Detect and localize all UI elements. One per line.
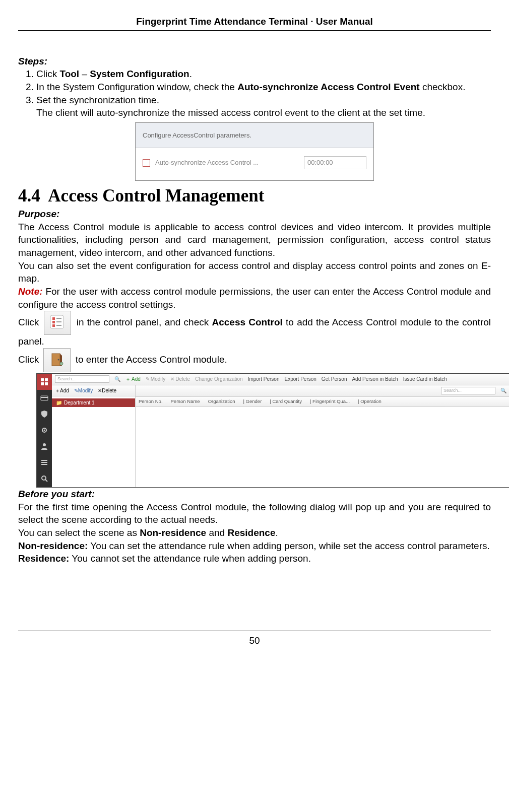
list-search-input[interactable]: Search... <box>441 387 495 394</box>
sync-time-input[interactable]: 00:00:00 <box>304 156 366 169</box>
page-header: Fingerprint Time Attendance Terminal · U… <box>18 15 491 31</box>
svg-rect-13 <box>41 382 44 385</box>
before-start-p2: You can select the scene as Non-residenc… <box>18 526 491 539</box>
folder-icon: 📁 <box>56 399 62 407</box>
svg-rect-11 <box>41 378 44 381</box>
svg-line-24 <box>45 480 47 482</box>
nav-list-icon[interactable] <box>37 454 52 470</box>
access-control-window-screenshot: Search... 🔍 ＋Add ✎Modify ✕Delete Change … <box>36 373 509 488</box>
side-nav <box>37 374 52 487</box>
svg-rect-20 <box>41 460 47 461</box>
click-instruction-2: Click to enter the Access Control module… <box>18 348 491 372</box>
svg-point-23 <box>42 476 46 480</box>
tree-toolbar: ＋Add ✎Modify ✕Delete <box>52 385 135 396</box>
col-organization[interactable]: Organization <box>208 398 235 405</box>
purpose-paragraph-2: You can also set the event configuration… <box>18 259 491 285</box>
toolbar-search-input[interactable]: Search... <box>55 375 109 383</box>
note-label: Note: <box>18 286 43 297</box>
col-fingerprint[interactable]: | Fingerprint Qua... <box>310 398 350 405</box>
svg-rect-1 <box>52 317 55 320</box>
svg-rect-21 <box>41 462 47 463</box>
svg-point-9 <box>58 359 59 360</box>
col-gender[interactable]: | Gender <box>243 398 262 405</box>
configure-access-control-screenshot: Configure AccessControl parameters. Auto… <box>135 122 374 181</box>
nav-card-icon[interactable] <box>37 390 52 406</box>
steps-list: Click Tool – System Configuration. In th… <box>18 67 491 119</box>
col-person-name[interactable]: Person Name <box>171 398 200 405</box>
svg-rect-22 <box>41 464 47 465</box>
add-button[interactable]: ＋Add <box>125 376 141 383</box>
tree-add-button[interactable]: ＋Add <box>55 387 69 394</box>
click-instruction-1: Click in the control panel, and check Ac… <box>18 311 491 348</box>
col-person-no[interactable]: Person No. <box>139 398 163 405</box>
note-paragraph: Note: For the user with access control m… <box>18 285 491 311</box>
purpose-heading: Purpose: <box>18 208 491 221</box>
nav-gear-icon[interactable] <box>37 422 52 438</box>
auto-sync-label: Auto-synchronize Access Control ... <box>155 158 299 167</box>
section-heading: 4.4 Access Control Management <box>18 184 491 208</box>
org-tree-panel: ＋Add ✎Modify ✕Delete 📁 Department 1 <box>52 385 136 487</box>
col-card-quantity[interactable]: | Card Quantity <box>270 398 302 405</box>
nav-person-icon[interactable] <box>37 438 52 454</box>
empty-list-area <box>136 407 509 487</box>
svg-rect-12 <box>45 378 48 381</box>
column-headers: Person No. Person Name Organization | Ge… <box>136 397 509 407</box>
nav-org-icon[interactable] <box>37 374 52 390</box>
steps-heading: Steps: <box>18 55 491 68</box>
modify-button[interactable]: ✎Modify <box>146 376 165 383</box>
svg-point-19 <box>43 443 46 446</box>
tree-delete-button[interactable]: ✕Delete <box>98 387 116 394</box>
svg-point-18 <box>44 429 45 431</box>
svg-rect-3 <box>52 324 55 327</box>
get-person-button[interactable]: Get Person <box>322 376 347 383</box>
tree-modify-button[interactable]: ✎Modify <box>74 387 93 394</box>
search-icon[interactable]: 🔍 <box>114 376 120 383</box>
top-toolbar: Search... 🔍 ＋Add ✎Modify ✕Delete Change … <box>52 374 509 385</box>
residence-paragraph: Residence: You cannot set the attendance… <box>18 552 491 565</box>
access-control-door-icon <box>43 348 71 372</box>
change-org-button[interactable]: Change Organization <box>195 376 243 383</box>
non-residence-paragraph: Non-residence: You can set the attendanc… <box>18 539 491 553</box>
import-person-button[interactable]: Import Person <box>248 376 280 383</box>
svg-rect-2 <box>52 321 55 323</box>
step-3: Set the synchronization time. The client… <box>36 94 491 119</box>
step-2: In the System Configuration window, chec… <box>36 81 491 94</box>
col-operation[interactable]: | Operation <box>358 398 381 405</box>
page-number: 50 <box>18 631 491 647</box>
add-person-batch-button[interactable]: Add Person in Batch <box>352 376 398 383</box>
configure-panel-title: Configure AccessControl parameters. <box>136 123 373 149</box>
export-person-button[interactable]: Export Person <box>284 376 316 383</box>
list-search-icon[interactable]: 🔍 <box>500 387 506 394</box>
before-start-heading: Before you start: <box>18 488 491 501</box>
purpose-paragraph-1: The Access Control module is applicable … <box>18 221 491 259</box>
issue-card-batch-button[interactable]: Issue Card in Batch <box>403 376 447 383</box>
svg-rect-16 <box>41 397 48 398</box>
svg-rect-15 <box>41 396 48 400</box>
nav-shield-icon[interactable] <box>37 406 52 422</box>
department-node[interactable]: 📁 Department 1 <box>52 398 135 408</box>
nav-search-icon[interactable] <box>37 470 52 487</box>
person-list-panel: Search... 🔍 Person No. Person Name Organ… <box>136 385 509 487</box>
delete-button[interactable]: ✕Delete <box>170 376 190 383</box>
before-start-p1: For the first time opening the Access Co… <box>18 501 491 526</box>
control-panel-checklist-icon <box>44 311 71 335</box>
svg-point-10 <box>60 362 63 365</box>
auto-sync-checkbox[interactable] <box>143 159 150 167</box>
step-1: Click Tool – System Configuration. <box>36 67 491 81</box>
svg-rect-14 <box>45 382 48 385</box>
